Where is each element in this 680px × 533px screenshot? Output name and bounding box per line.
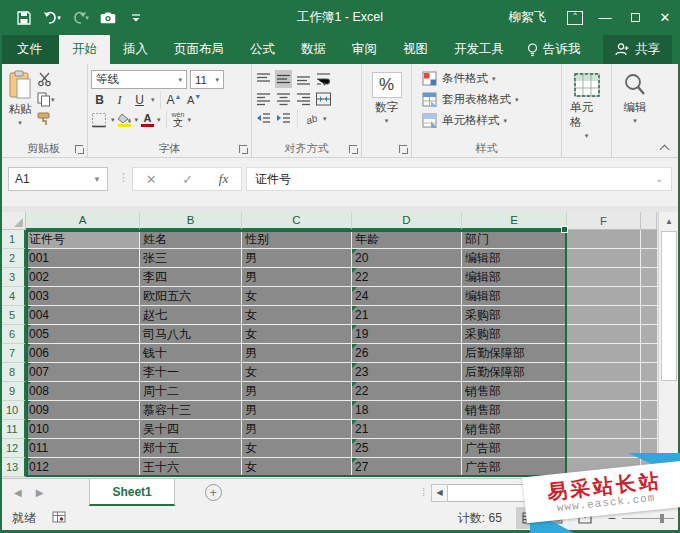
cell[interactable]: 19 [352, 325, 462, 344]
paste-button[interactable]: 粘贴 ▾ [3, 68, 37, 141]
format-painter-icon[interactable] [37, 112, 52, 126]
maximize-button[interactable] [620, 0, 650, 35]
tab-5[interactable]: 审阅 [339, 35, 390, 64]
cell[interactable] [641, 306, 657, 325]
cell[interactable]: 欧阳五六 [140, 287, 242, 306]
cell[interactable]: 吴十四 [140, 420, 242, 439]
cell[interactable]: 女 [242, 458, 352, 477]
vertical-scroll-thumb[interactable] [661, 231, 677, 381]
merge-center-icon[interactable] [315, 91, 332, 107]
cell[interactable]: 27 [352, 458, 462, 477]
previous-sheet-icon[interactable]: ◀ [14, 487, 22, 498]
cell[interactable]: 销售部 [462, 382, 567, 401]
zoom-slider[interactable] [622, 518, 674, 519]
tab-1[interactable]: 插入 [110, 35, 161, 64]
row-header-2[interactable]: 2 [0, 249, 26, 268]
cells-button[interactable]: 单元格 ▾ [565, 70, 608, 142]
cell[interactable]: 21 [352, 306, 462, 325]
ribbon-display-options-icon[interactable]: ⌃ [560, 0, 590, 35]
tab-0[interactable]: 开始 [59, 35, 110, 64]
cell[interactable]: 25 [352, 439, 462, 458]
cell[interactable]: 女 [242, 306, 352, 325]
decrease-indent-icon[interactable] [255, 110, 272, 128]
cell[interactable]: 24 [352, 287, 462, 306]
cell[interactable]: 广告部 [462, 458, 567, 477]
expand-formula-bar-icon[interactable]: ⌄ [655, 174, 663, 184]
column-header-D[interactable]: D [352, 212, 462, 230]
cell[interactable] [641, 344, 657, 363]
cell[interactable] [567, 344, 641, 363]
redo-dropdown-icon[interactable]: ▾ [85, 14, 89, 22]
new-sheet-button[interactable]: + [205, 484, 222, 501]
cell[interactable]: 年龄 [352, 230, 462, 249]
cell[interactable] [641, 363, 657, 382]
format-as-table-button[interactable]: 套用表格格式▾ [418, 89, 558, 110]
save-icon[interactable] [12, 7, 36, 29]
formula-bar-splitter[interactable]: ⋮ [118, 171, 130, 184]
cell[interactable]: 006 [26, 344, 140, 363]
vertical-scrollbar[interactable]: ▲ [658, 212, 679, 478]
cell[interactable] [641, 382, 657, 401]
cell[interactable]: 女 [242, 325, 352, 344]
cell[interactable]: 钱十 [140, 344, 242, 363]
cell[interactable]: 编辑部 [462, 268, 567, 287]
phonetic-dropdown-icon[interactable]: ▾ [187, 116, 191, 124]
undo-button[interactable]: ▾ [40, 7, 64, 29]
cell[interactable] [567, 230, 641, 249]
borders-icon[interactable] [91, 112, 108, 128]
cell[interactable]: 赵七 [140, 306, 242, 325]
cell[interactable] [641, 458, 657, 477]
cell[interactable] [567, 382, 641, 401]
row-header-6[interactable]: 6 [0, 325, 26, 344]
normal-view-button[interactable] [516, 507, 542, 529]
cell[interactable] [641, 268, 657, 287]
conditional-formatting-button[interactable]: 条件格式▾ [418, 68, 558, 89]
font-dialog-launcher[interactable] [239, 145, 249, 155]
cell[interactable]: 21 [352, 420, 462, 439]
number-dropdown-icon[interactable]: ▾ [385, 117, 389, 125]
borders-dropdown-icon[interactable]: ▾ [111, 116, 115, 124]
cell[interactable]: 女 [242, 287, 352, 306]
cell[interactable] [567, 249, 641, 268]
cell[interactable] [567, 439, 641, 458]
minimize-button[interactable]: — [590, 0, 620, 35]
bold-button[interactable]: B [91, 91, 108, 109]
underline-button[interactable]: U [131, 91, 148, 109]
customize-qat-icon[interactable] [124, 7, 148, 29]
editing-dropdown-icon[interactable]: ▾ [633, 117, 637, 125]
cell[interactable] [567, 287, 641, 306]
cell[interactable]: 销售部 [462, 420, 567, 439]
cell[interactable]: 李十一 [140, 363, 242, 382]
row-header-13[interactable]: 13 [0, 458, 26, 477]
row-header-11[interactable]: 11 [0, 420, 26, 439]
clipboard-dialog-launcher[interactable] [75, 145, 85, 155]
column-header-stub[interactable] [641, 212, 657, 230]
horizontal-scroll-thumb[interactable] [448, 484, 560, 502]
scroll-left-icon[interactable]: ◀ [431, 484, 448, 502]
cut-icon[interactable] [37, 72, 52, 87]
cell[interactable]: 部门 [462, 230, 567, 249]
cell[interactable]: 后勤保障部 [462, 344, 567, 363]
tab-3[interactable]: 公式 [237, 35, 288, 64]
cell[interactable] [567, 268, 641, 287]
orientation-button[interactable]: ab [301, 108, 323, 130]
cell[interactable]: 012 [26, 458, 140, 477]
zoom-slider-thumb[interactable] [660, 514, 664, 523]
cell[interactable] [641, 230, 657, 249]
cell[interactable]: 男 [242, 268, 352, 287]
cell[interactable]: 008 [26, 382, 140, 401]
align-right-icon[interactable] [295, 90, 312, 108]
fill-handle[interactable] [561, 226, 568, 233]
alignment-dialog-launcher[interactable] [349, 145, 359, 155]
orientation-dropdown-icon[interactable]: ▾ [323, 115, 327, 123]
cell[interactable]: 张三 [140, 249, 242, 268]
cell[interactable] [567, 363, 641, 382]
cell[interactable]: 证件号 [26, 230, 140, 249]
fill-color-dropdown-icon[interactable]: ▾ [135, 116, 139, 124]
number-format-button[interactable]: % 数字 ▾ [365, 70, 408, 127]
tab-7[interactable]: 开发工具 [441, 35, 517, 64]
row-header-12[interactable]: 12 [0, 439, 26, 458]
cell[interactable]: 18 [352, 401, 462, 420]
grow-font-button[interactable]: A▲ [166, 91, 183, 109]
cell[interactable]: 慕容十三 [140, 401, 242, 420]
